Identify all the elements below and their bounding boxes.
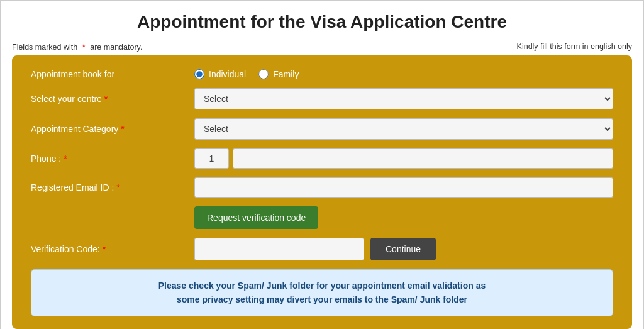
- mandatory-note: Fields marked with * are mandatory.: [12, 42, 142, 52]
- mandatory-text-before: Fields marked with: [12, 43, 77, 52]
- radio-family[interactable]: Family: [258, 69, 299, 79]
- appointment-category-label: Appointment Category *: [31, 124, 194, 134]
- appointment-book-row: Appointment book for Individual Family: [31, 69, 613, 79]
- phone-field: [194, 148, 613, 169]
- individual-label: Individual: [209, 69, 246, 79]
- select-centre-field: Select: [194, 88, 613, 109]
- email-field: [194, 177, 613, 198]
- radio-group: Individual Family: [194, 69, 613, 79]
- phone-country-code-input[interactable]: [194, 148, 229, 169]
- appointment-category-dropdown[interactable]: Select: [194, 118, 613, 140]
- phone-row: Phone : *: [31, 148, 613, 169]
- verification-row: Verification Code: * Continue: [31, 238, 613, 260]
- phone-req: *: [64, 153, 67, 164]
- request-verif-field: Request verification code: [194, 206, 613, 229]
- verification-label: Verification Code: *: [31, 244, 194, 254]
- request-verif-row: Request verification code: [31, 206, 613, 229]
- verification-code-input[interactable]: [194, 238, 364, 260]
- spam-notice-line2: some privacy setting may divert your ema…: [44, 293, 600, 306]
- family-label: Family: [273, 69, 299, 79]
- appointment-category-field: Select: [194, 118, 613, 140]
- top-bar: Fields marked with * are mandatory. Kind…: [1, 40, 643, 55]
- phone-label: Phone : *: [31, 153, 194, 164]
- request-verification-button[interactable]: Request verification code: [194, 206, 318, 229]
- spam-notice-line1: Please check your Spam/ Junk folder for …: [44, 279, 600, 293]
- email-input[interactable]: [194, 177, 613, 198]
- english-note: Kindly fill this form in english only: [517, 42, 632, 52]
- spam-notice: Please check your Spam/ Junk folder for …: [31, 269, 613, 316]
- select-centre-row: Select your centre * Select: [31, 88, 613, 109]
- email-row: Registered Email ID : *: [31, 177, 613, 198]
- page-title: Appointment for the Visa Application Cen…: [1, 1, 643, 40]
- phone-group: [194, 148, 613, 169]
- verification-field: Continue: [194, 238, 613, 260]
- radio-family-input[interactable]: [258, 69, 269, 79]
- appointment-book-label: Appointment book for: [31, 69, 194, 79]
- select-centre-req: *: [104, 94, 108, 104]
- appointment-category-row: Appointment Category * Select: [31, 118, 613, 140]
- form-card: Appointment book for Individual Family S…: [12, 55, 632, 329]
- continue-button[interactable]: Continue: [370, 238, 436, 260]
- select-centre-label: Select your centre *: [31, 94, 194, 104]
- radio-individual-input[interactable]: [194, 69, 204, 79]
- phone-number-input[interactable]: [233, 148, 613, 169]
- email-req: *: [116, 182, 119, 192]
- mandatory-star: *: [82, 42, 86, 52]
- appointment-category-req: *: [121, 124, 124, 134]
- verif-field-group: Continue: [194, 238, 613, 260]
- page-wrapper: Appointment for the Visa Application Cen…: [0, 0, 644, 329]
- appointment-book-field: Individual Family: [194, 69, 613, 79]
- email-label: Registered Email ID : *: [31, 182, 194, 192]
- select-centre-dropdown[interactable]: Select: [194, 88, 613, 109]
- verification-req: *: [103, 244, 106, 254]
- mandatory-text-after: are mandatory.: [90, 43, 142, 52]
- radio-individual[interactable]: Individual: [194, 69, 246, 79]
